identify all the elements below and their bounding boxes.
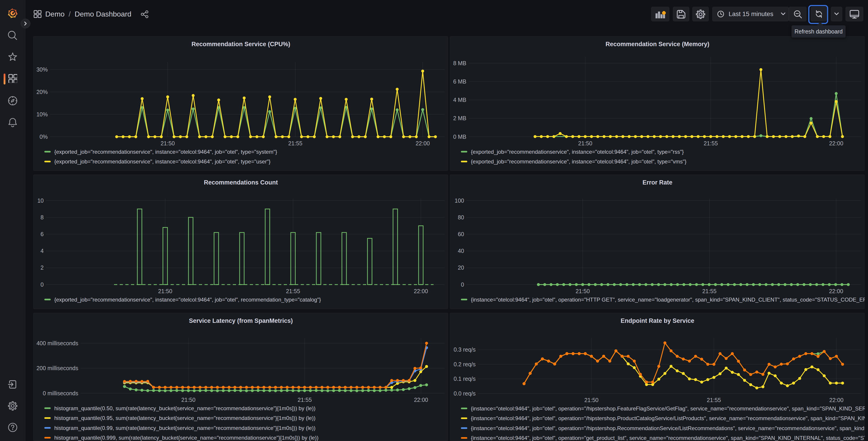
svg-text:2 MB: 2 MB <box>453 115 466 121</box>
svg-text:21:55: 21:55 <box>288 140 303 146</box>
svg-text:Recommendation Service (CPU%): Recommendation Service (CPU%) <box>191 41 290 48</box>
svg-text:21:55: 21:55 <box>702 288 717 294</box>
svg-text:4: 4 <box>40 248 44 254</box>
svg-text:20%: 20% <box>36 89 48 95</box>
svg-text:histogram_quantile(0.50, sum(r: histogram_quantile(0.50, sum(rate(latenc… <box>54 405 315 411</box>
svg-text:0: 0 <box>461 282 464 288</box>
svg-text:{exported_job="recommendations: {exported_job="recommendationservice", i… <box>471 158 686 165</box>
svg-text:21:50: 21:50 <box>158 288 173 294</box>
svg-text:22:00: 22:00 <box>829 397 843 403</box>
svg-text:0: 0 <box>40 282 44 288</box>
svg-text:10%: 10% <box>36 111 48 117</box>
svg-text:Error Rate: Error Rate <box>642 179 672 186</box>
svg-text:22:00: 22:00 <box>829 288 843 294</box>
svg-text:{exported_job="recommendations: {exported_job="recommendationservice", i… <box>54 149 277 155</box>
svg-text:histogram_quantile(0.99, sum(r: histogram_quantile(0.99, sum(rate(latenc… <box>54 425 315 431</box>
svg-text:80: 80 <box>458 214 464 220</box>
svg-text:100: 100 <box>455 198 464 204</box>
svg-text:200 milliseconds: 200 milliseconds <box>36 365 78 371</box>
svg-text:Endpoint Rate by Service: Endpoint Rate by Service <box>621 317 694 324</box>
svg-text:{instance="otelcol:9464", job=: {instance="otelcol:9464", job="otel", op… <box>471 406 865 412</box>
svg-text:22:00: 22:00 <box>414 396 428 403</box>
svg-text:6 MB: 6 MB <box>453 78 466 85</box>
svg-text:4 MB: 4 MB <box>453 97 466 103</box>
svg-text:8: 8 <box>40 214 44 220</box>
svg-text:histogram_quantile(0.95, sum(r: histogram_quantile(0.95, sum(rate(latenc… <box>54 415 315 421</box>
svg-text:{exported_job="recommendations: {exported_job="recommendationservice", i… <box>471 149 684 155</box>
svg-text:Service Latency (from SpanMetr: Service Latency (from SpanMetrics) <box>189 317 293 324</box>
svg-text:{exported_job="recommendations: {exported_job="recommendationservice", i… <box>54 297 321 303</box>
svg-text:{instance="otelcol:9464", job=: {instance="otelcol:9464", job="otel", op… <box>471 297 865 303</box>
svg-text:8 MB: 8 MB <box>453 60 466 66</box>
svg-text:0.1 req/s: 0.1 req/s <box>454 376 476 382</box>
svg-text:Recommendation Service (Memory: Recommendation Service (Memory) <box>606 41 709 48</box>
svg-text:{exported_job="recommendations: {exported_job="recommendationservice", i… <box>54 158 270 165</box>
svg-text:21:55: 21:55 <box>704 140 718 146</box>
svg-text:21:55: 21:55 <box>707 397 721 403</box>
svg-text:21:50: 21:50 <box>181 396 195 403</box>
svg-text:6: 6 <box>40 231 44 237</box>
svg-text:22:00: 22:00 <box>829 140 843 146</box>
svg-text:40: 40 <box>458 248 464 254</box>
svg-text:21:50: 21:50 <box>161 140 175 146</box>
svg-text:60: 60 <box>458 231 464 237</box>
svg-text:10: 10 <box>37 198 44 204</box>
svg-text:histogram_quantile(0.999, sum(: histogram_quantile(0.999, sum(rate(laten… <box>54 435 319 441</box>
svg-text:22:00: 22:00 <box>416 140 430 146</box>
svg-text:21:50: 21:50 <box>576 288 590 294</box>
svg-text:0 milliseconds: 0 milliseconds <box>43 390 78 396</box>
svg-text:21:50: 21:50 <box>584 397 598 403</box>
svg-text:2: 2 <box>40 264 44 271</box>
svg-text:Recommendations Count: Recommendations Count <box>204 179 278 186</box>
svg-text:21:55: 21:55 <box>286 288 300 294</box>
svg-text:0.0 req/s: 0.0 req/s <box>454 390 476 396</box>
svg-text:{instance="otelcol:9464", job=: {instance="otelcol:9464", job="otel", op… <box>471 425 865 431</box>
svg-text:{instance="otelcol:9464", job=: {instance="otelcol:9464", job="otel", op… <box>471 415 865 421</box>
svg-text:30%: 30% <box>36 66 48 73</box>
svg-text:{instance="otelcol:9464", job=: {instance="otelcol:9464", job="otel", op… <box>471 435 865 441</box>
svg-text:21:55: 21:55 <box>298 396 312 403</box>
svg-text:0%: 0% <box>40 134 48 140</box>
svg-text:20: 20 <box>458 264 464 271</box>
svg-text:0.3 req/s: 0.3 req/s <box>454 346 476 353</box>
svg-text:22:00: 22:00 <box>414 288 428 294</box>
svg-text:400 milliseconds: 400 milliseconds <box>36 340 78 346</box>
svg-text:21:50: 21:50 <box>578 140 592 146</box>
svg-text:0.2 req/s: 0.2 req/s <box>454 361 476 368</box>
svg-text:0 MB: 0 MB <box>453 134 466 140</box>
